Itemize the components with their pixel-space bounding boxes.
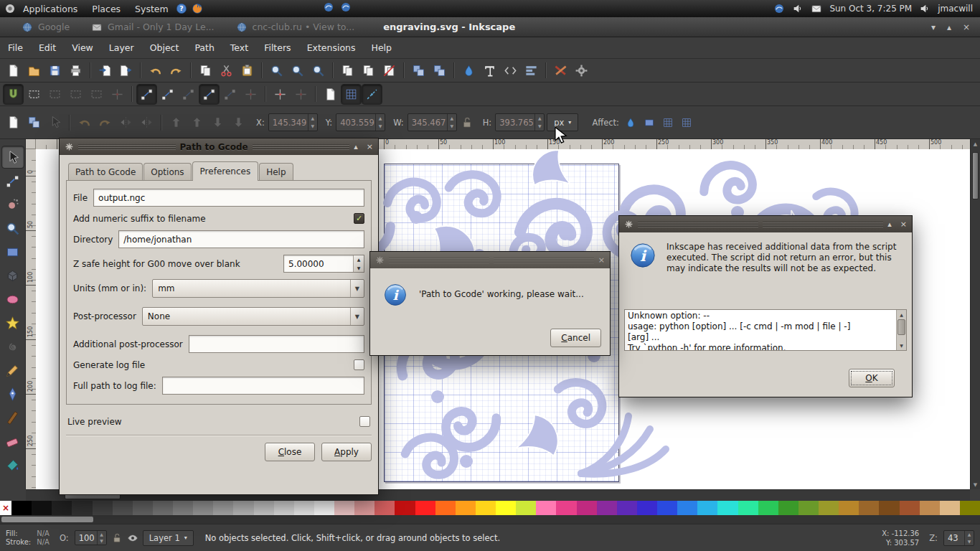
snap-bbox-centers-toggle[interactable] [108,85,127,104]
vertical-scrollbar[interactable]: ▲ ▼ [970,139,980,489]
firefox-icon[interactable] [192,3,203,14]
color-swatch[interactable] [354,501,374,515]
snap-path-intersections-toggle[interactable] [179,85,198,104]
tab-path-to-gcode[interactable]: Path to Gcode [68,163,143,180]
y-spinner[interactable]: 403.559▲▼ [336,113,385,131]
scroll-up-icon[interactable]: ▲ [971,139,980,149]
snap-bbox-corners-toggle[interactable] [66,85,85,104]
color-swatch[interactable] [72,501,92,515]
tool-pencil[interactable] [2,359,24,381]
redo-button[interactable] [166,61,186,80]
color-swatch[interactable] [920,501,940,515]
color-swatch[interactable] [153,501,173,515]
color-swatch[interactable] [274,501,294,515]
snap-grid-toggle[interactable] [341,85,361,104]
color-swatch[interactable] [374,501,395,515]
preferences-button[interactable] [572,61,591,80]
scroll-down-icon[interactable]: ▼ [897,341,906,350]
lock-ratio-icon[interactable] [461,116,473,129]
units-combobox[interactable]: mm▼ [152,279,364,298]
color-swatch[interactable] [697,501,717,515]
tool-rectangle[interactable] [2,241,24,263]
lower-to-bottom-button[interactable] [229,113,248,132]
color-swatch[interactable] [113,501,133,515]
log-path-input[interactable] [162,377,364,395]
z-safe-spinner[interactable]: 5.00000 ▲▼ [283,255,364,273]
color-swatch[interactable] [476,501,496,515]
close-window-button[interactable]: × [963,22,970,32]
color-swatch[interactable] [758,501,778,515]
color-swatch[interactable] [415,501,435,515]
transform-patterns-toggle[interactable] [679,114,695,131]
tool-tweak[interactable] [2,194,24,215]
menu-filters[interactable]: Filters [256,37,298,58]
export-button[interactable] [116,61,136,80]
error-shade-button[interactable]: ▴ [887,220,892,229]
height-spinner[interactable]: 393.765▲▼ [495,113,545,131]
maximize-window-button[interactable]: ▴ [947,22,951,32]
ungroup-button[interactable] [430,61,449,80]
cut-button[interactable] [217,61,236,80]
color-swatch[interactable] [496,501,516,515]
zoom-spinner[interactable]: 43▲▼ [943,530,974,546]
scale-stroke-toggle[interactable] [623,114,639,131]
snap-midpoints-toggle[interactable] [241,85,260,104]
color-swatch[interactable] [334,501,354,515]
color-swatch[interactable] [960,501,980,515]
menu-file[interactable]: File [0,37,31,58]
output-scrollbar[interactable]: ▲ ▼ [896,310,906,350]
cancel-button[interactable]: Cancel [550,329,601,347]
tab-options[interactable]: Options [143,163,191,180]
flip-horizontal-button[interactable] [116,113,136,132]
color-swatch[interactable] [173,501,193,515]
error-close-button[interactable]: × [900,220,907,229]
applications-menu[interactable]: Applications [16,0,85,17]
color-swatch[interactable] [717,501,738,515]
menu-edit[interactable]: Edit [31,37,64,58]
rotate-ccw-button[interactable] [75,113,94,132]
color-swatch[interactable] [536,501,556,515]
color-swatch[interactable] [940,501,960,515]
color-swatch[interactable] [254,501,274,515]
color-swatch[interactable] [738,501,758,515]
user-menu[interactable]: jmacwill [938,4,973,14]
menu-extensions[interactable]: Extensions [299,37,364,58]
xml-editor-button[interactable] [501,61,520,80]
apply-button[interactable]: Apply [321,443,372,461]
palette-scrollbar[interactable] [0,515,980,524]
x-spinner[interactable]: 145.349▲▼ [268,113,318,131]
fill-stroke-dialog-button[interactable] [459,61,479,80]
rotate-cw-button[interactable] [95,113,115,132]
workspace-switcher[interactable] [323,1,352,13]
snap-smooth-nodes-toggle[interactable] [220,85,240,104]
snap-enable-toggle[interactable] [4,85,23,104]
snap-object-centers-toggle[interactable] [270,85,290,104]
color-swatch[interactable] [11,501,32,515]
menu-help[interactable]: Help [364,37,400,58]
layer-dropdown[interactable]: Layer 1▾ [143,530,194,546]
workspace-icon-2[interactable] [340,1,352,13]
select-all-button[interactable] [4,113,23,132]
color-swatch[interactable] [193,501,213,515]
color-swatch[interactable] [798,501,819,515]
tool-spiral[interactable] [2,336,24,357]
vertical-ruler[interactable]: 050100150200250 [26,149,36,489]
directory-input[interactable] [118,230,364,248]
tool-3dbox[interactable] [2,265,24,286]
tool-pen[interactable] [2,383,24,405]
fill-stroke-indicator[interactable]: Fill: N/A Stroke: N/A [6,529,50,546]
snap-cusp-nodes-toggle[interactable] [199,85,219,104]
working-close-button[interactable]: × [598,255,605,265]
additional-postprocessor-input[interactable] [189,335,364,353]
clock[interactable]: Sun Oct 3, 7:25 PM [829,4,912,14]
places-menu[interactable]: Places [85,0,128,17]
color-swatch[interactable] [879,501,899,515]
color-swatch[interactable] [839,501,859,515]
tab-help[interactable]: Help [259,163,293,180]
tools-button[interactable] [551,61,570,80]
import-button[interactable] [95,61,115,80]
postprocessor-combobox[interactable]: None▼ [142,307,364,326]
save-document-button[interactable] [45,61,65,80]
zoom-drawing-button[interactable] [288,61,307,80]
file-input[interactable] [93,189,364,207]
